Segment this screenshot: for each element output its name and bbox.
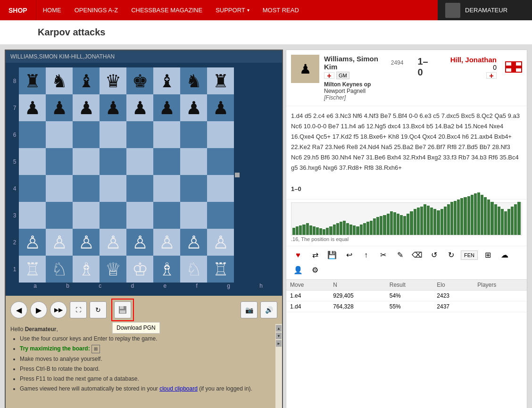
square-f5[interactable] bbox=[153, 148, 180, 175]
square-b1[interactable]: ♘ bbox=[46, 256, 73, 283]
square-e5[interactable] bbox=[126, 148, 153, 175]
square-b5[interactable] bbox=[46, 148, 73, 175]
square-h5[interactable] bbox=[207, 148, 234, 175]
rotate-button[interactable]: ↻ bbox=[90, 301, 107, 318]
fullscreen-button[interactable]: ⛶ bbox=[70, 301, 87, 318]
forward-button[interactable]: ▶ bbox=[30, 301, 47, 318]
sound-button[interactable]: 🔊 bbox=[260, 301, 277, 318]
square-h4[interactable] bbox=[207, 175, 234, 202]
square-h1[interactable]: ♖ bbox=[207, 256, 234, 283]
square-f2[interactable]: ♙ bbox=[153, 229, 180, 256]
square-c7[interactable]: ♟ bbox=[73, 94, 100, 121]
square-g8[interactable]: ♞ bbox=[180, 67, 207, 94]
save-button[interactable]: 💾 bbox=[325, 249, 339, 261]
chess-board[interactable]: ♜ ♞ ♝ ♛ ♚ ♝ ♞ ♜ ♟ ♟ ♟ ♟ ♟ ♟ ♟ ♟ bbox=[19, 67, 234, 283]
square-c5[interactable] bbox=[73, 148, 100, 175]
square-a7[interactable]: ♟ bbox=[19, 94, 46, 121]
square-d6[interactable] bbox=[100, 121, 126, 148]
square-e7[interactable]: ♟ bbox=[126, 94, 153, 121]
home-nav-item[interactable]: HOME bbox=[36, 0, 68, 20]
square-a4[interactable] bbox=[19, 175, 46, 202]
shop-nav-item[interactable]: SHOP bbox=[0, 0, 36, 20]
person-btn[interactable]: 👤 bbox=[291, 264, 305, 276]
redo-button[interactable]: ↻ bbox=[444, 249, 458, 261]
square-c4[interactable] bbox=[73, 175, 100, 202]
square-g4[interactable] bbox=[180, 175, 207, 202]
square-d3[interactable] bbox=[100, 202, 126, 229]
scroll-down-button[interactable]: ▼ bbox=[276, 333, 282, 339]
square-e2[interactable]: ♙ bbox=[126, 229, 153, 256]
expand-board-icon[interactable]: ⊞ bbox=[91, 345, 100, 353]
square-d5[interactable] bbox=[100, 148, 126, 175]
square-h7[interactable]: ♟ bbox=[207, 94, 234, 121]
square-e4[interactable] bbox=[126, 175, 153, 202]
square-c3[interactable] bbox=[73, 202, 100, 229]
square-e8[interactable]: ♚ bbox=[126, 67, 153, 94]
undo-button[interactable]: ↺ bbox=[427, 249, 441, 261]
scissors-button[interactable]: ✂ bbox=[376, 249, 390, 261]
table-row[interactable]: 1.d4 764,328 55% 2437 bbox=[286, 301, 527, 312]
square-h3[interactable] bbox=[207, 202, 234, 229]
openings-nav-item[interactable]: OPENINGS A-Z bbox=[68, 0, 125, 20]
square-f8[interactable]: ♝ bbox=[153, 67, 180, 94]
eraser-button[interactable]: ⌫ bbox=[410, 249, 424, 261]
square-a2[interactable]: ♙ bbox=[19, 229, 46, 256]
square-f4[interactable] bbox=[153, 175, 180, 202]
square-a8[interactable]: ♜ bbox=[19, 67, 46, 94]
square-d2[interactable]: ♙ bbox=[100, 229, 126, 256]
square-g5[interactable] bbox=[180, 148, 207, 175]
square-a5[interactable] bbox=[19, 148, 46, 175]
square-f3[interactable] bbox=[153, 202, 180, 229]
square-b8[interactable]: ♞ bbox=[46, 67, 73, 94]
square-g3[interactable] bbox=[180, 202, 207, 229]
square-a1[interactable]: ♖ bbox=[19, 256, 46, 283]
board-btn[interactable]: ⊞ bbox=[481, 249, 495, 261]
square-c1[interactable]: ♗ bbox=[73, 256, 100, 283]
square-a3[interactable] bbox=[19, 202, 46, 229]
settings-btn[interactable]: ⚙ bbox=[308, 264, 322, 276]
most-read-nav-item[interactable]: MOST READ bbox=[256, 0, 306, 20]
magazine-nav-item[interactable]: CHESSBASE MAGAZINE bbox=[125, 0, 209, 20]
square-d1[interactable]: ♕ bbox=[100, 256, 126, 283]
share-button[interactable]: ⇄ bbox=[308, 249, 322, 261]
support-nav-item[interactable]: SUPPORT ▾ bbox=[209, 0, 256, 20]
square-b4[interactable] bbox=[46, 175, 73, 202]
table-row[interactable]: 1.e4 929,405 54% 2423 bbox=[286, 290, 527, 301]
square-g6[interactable] bbox=[180, 121, 207, 148]
square-h2[interactable]: ♙ bbox=[207, 229, 234, 256]
square-b6[interactable] bbox=[46, 121, 73, 148]
square-d8[interactable]: ♛ bbox=[100, 67, 126, 94]
square-h6[interactable] bbox=[207, 121, 234, 148]
pencil-button[interactable]: ✎ bbox=[393, 249, 407, 261]
square-b3[interactable] bbox=[46, 202, 73, 229]
square-g2[interactable]: ♙ bbox=[180, 229, 207, 256]
square-d4[interactable] bbox=[100, 175, 126, 202]
square-c8[interactable]: ♝ bbox=[73, 67, 100, 94]
black-player-name[interactable]: Hill, Jonathan bbox=[450, 56, 497, 64]
square-b7[interactable]: ♟ bbox=[46, 94, 73, 121]
square-c6[interactable] bbox=[73, 121, 100, 148]
reply-button[interactable]: ↩ bbox=[342, 249, 356, 261]
fen-button[interactable]: FEN bbox=[461, 250, 478, 260]
square-f1[interactable]: ♗ bbox=[153, 256, 180, 283]
square-e1[interactable]: ♔ bbox=[126, 256, 153, 283]
square-f7[interactable]: ♟ bbox=[153, 94, 180, 121]
square-f6[interactable] bbox=[153, 121, 180, 148]
heart-button[interactable]: ♥ bbox=[291, 249, 305, 261]
square-d7[interactable]: ♟ bbox=[100, 94, 126, 121]
cloud-btn[interactable]: ☁ bbox=[498, 249, 512, 261]
play-button[interactable]: ▶▶ bbox=[50, 301, 67, 318]
up-button[interactable]: ↑ bbox=[359, 249, 373, 261]
square-g1[interactable]: ♘ bbox=[180, 256, 207, 283]
square-h8[interactable]: ♜ bbox=[207, 67, 234, 94]
square-e6[interactable] bbox=[126, 121, 153, 148]
back-button[interactable]: ◀ bbox=[10, 301, 27, 318]
download-pgn-button[interactable] bbox=[114, 301, 131, 318]
square-c2[interactable]: ♙ bbox=[73, 229, 100, 256]
square-e3[interactable] bbox=[126, 202, 153, 229]
scroll-right-button[interactable]: ► bbox=[276, 340, 282, 347]
square-g7[interactable]: ♟ bbox=[180, 94, 207, 121]
square-b2[interactable]: ♙ bbox=[46, 229, 73, 256]
camera-button[interactable]: 📷 bbox=[241, 301, 258, 318]
square-a6[interactable] bbox=[19, 121, 46, 148]
